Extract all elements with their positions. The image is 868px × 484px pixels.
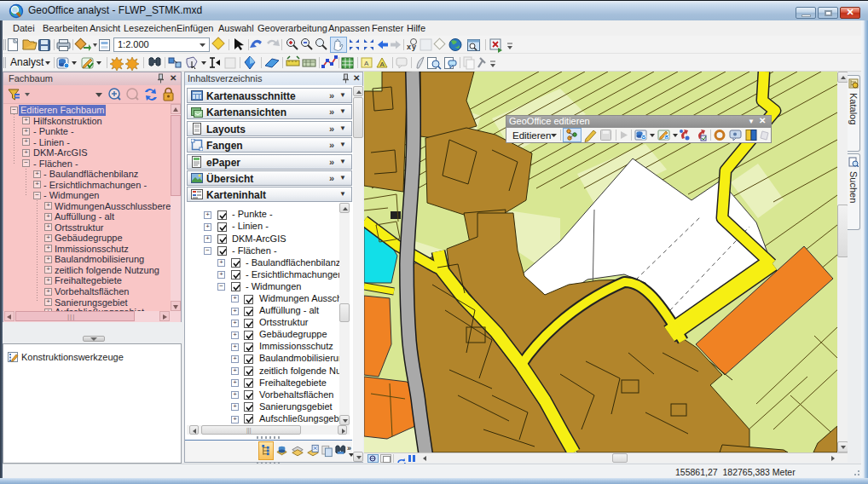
- svg-text:A: A: [380, 60, 385, 68]
- svg-text:x: x: [407, 43, 411, 51]
- svg-text:1:2.000: 1:2.000: [118, 39, 149, 49]
- svg-text:Editieren: Editieren: [512, 130, 551, 141]
- svg-text:Analyst: Analyst: [10, 56, 44, 68]
- svg-text:A: A: [364, 60, 369, 67]
- svg-text:»: »: [347, 444, 351, 452]
